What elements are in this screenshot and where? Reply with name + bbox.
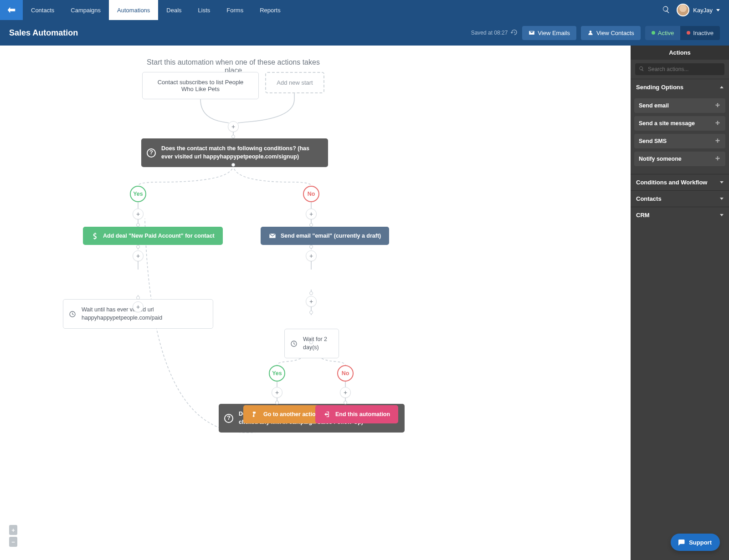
- add-step-button[interactable]: +: [340, 387, 351, 398]
- add-deal-node[interactable]: Add deal "New Paid Account" for contact: [83, 227, 223, 245]
- exit-icon: [323, 411, 331, 418]
- view-contacts-button[interactable]: View Contacts: [581, 26, 641, 40]
- move-icon: [714, 120, 721, 127]
- nav-campaigns[interactable]: Campaigns: [62, 0, 109, 20]
- joint: [309, 245, 313, 249]
- nav-forms[interactable]: Forms: [218, 0, 252, 20]
- panel-conditions[interactable]: Conditions and Workflow: [631, 174, 729, 190]
- support-button[interactable]: Support: [671, 534, 720, 551]
- trigger-node[interactable]: Contact subscribes to list People Who Li…: [142, 72, 259, 99]
- app-logo[interactable]: [0, 0, 23, 20]
- joint: [136, 245, 140, 249]
- joint: [309, 223, 313, 227]
- status-active[interactable]: Active: [645, 26, 680, 40]
- add-step-button[interactable]: +: [133, 209, 144, 219]
- user-name: KayJay: [693, 7, 713, 14]
- search-icon[interactable]: [662, 5, 670, 15]
- move-icon: [714, 156, 721, 162]
- avatar: [677, 4, 689, 16]
- chevron-down-icon: [720, 214, 724, 216]
- branch-yes: Yes: [130, 186, 146, 202]
- joint: [231, 163, 235, 167]
- joint: [275, 401, 279, 404]
- end-automation-node[interactable]: End this automation: [315, 405, 398, 423]
- actions-search-input[interactable]: [635, 63, 724, 75]
- zoom-out-button[interactable]: −: [9, 537, 17, 547]
- nav-reports[interactable]: Reports: [252, 0, 289, 20]
- send-email-node[interactable]: Send email "email" (currently a draft): [261, 227, 389, 245]
- action-send-email[interactable]: Send email: [634, 98, 725, 113]
- add-step-button[interactable]: +: [228, 121, 239, 132]
- branch-icon: [252, 411, 259, 418]
- joint: [344, 401, 347, 404]
- zoom-in-button[interactable]: +: [9, 525, 17, 535]
- joint: [309, 341, 313, 344]
- nav-lists[interactable]: Lists: [190, 0, 219, 20]
- panel-contacts[interactable]: Contacts: [631, 190, 729, 207]
- joint: [309, 291, 313, 295]
- panel-sending-options[interactable]: Sending Options: [631, 79, 729, 95]
- chevron-down-icon: [720, 198, 724, 200]
- add-step-button[interactable]: +: [306, 296, 317, 307]
- action-site-message[interactable]: Send a site message: [634, 116, 725, 131]
- search-icon: [639, 66, 644, 71]
- sidebar-title: Actions: [631, 46, 729, 60]
- add-step-button[interactable]: +: [133, 250, 144, 261]
- condition-node-1[interactable]: ? Does the contact match the following c…: [141, 138, 328, 167]
- page-title: Sales Automation: [9, 28, 78, 38]
- question-icon: ?: [147, 148, 156, 158]
- chat-icon: [677, 538, 685, 546]
- joint: [136, 223, 140, 227]
- view-emails-button[interactable]: View Emails: [522, 26, 576, 40]
- add-step-button[interactable]: +: [272, 387, 282, 398]
- add-step-button[interactable]: +: [133, 301, 144, 312]
- add-start-node[interactable]: Add new start: [265, 72, 324, 93]
- nav-automations[interactable]: Automations: [109, 0, 158, 20]
- history-icon[interactable]: [510, 29, 518, 37]
- nav-deals[interactable]: Deals: [158, 0, 190, 20]
- branch-no: No: [303, 186, 319, 202]
- panel-crm[interactable]: CRM: [631, 207, 729, 223]
- automation-canvas[interactable]: .l{fill:none;stroke:#c8cfd6;stroke-width…: [0, 46, 631, 560]
- main-nav: Contacts Campaigns Automations Deals Lis…: [23, 0, 658, 20]
- status-inactive[interactable]: Inactive: [680, 26, 720, 40]
- move-icon: [714, 102, 721, 109]
- move-icon: [714, 138, 721, 144]
- nav-contacts[interactable]: Contacts: [23, 0, 62, 20]
- chevron-down-icon: [720, 181, 724, 183]
- user-menu[interactable]: KayJay: [677, 4, 720, 16]
- add-step-button[interactable]: +: [306, 209, 317, 219]
- joint: [309, 311, 313, 314]
- clock-icon: [290, 340, 298, 347]
- actions-sidebar: Actions Sending Options Send email Send …: [631, 46, 729, 560]
- goto-node[interactable]: Go to another action: [243, 405, 327, 423]
- chevron-up-icon: [720, 86, 724, 88]
- branch-no-2: No: [337, 365, 354, 382]
- clock-icon: [69, 311, 76, 318]
- action-send-sms[interactable]: Send SMS: [634, 134, 725, 148]
- joint: [231, 135, 235, 138]
- dollar-icon: [91, 232, 98, 239]
- status-toggle: Active Inactive: [645, 26, 720, 40]
- question-icon: ?: [224, 414, 233, 423]
- chevron-down-icon: [716, 9, 720, 11]
- action-notify[interactable]: Notify someone: [634, 152, 725, 166]
- saved-status: Saved at 08:27: [471, 30, 508, 36]
- branch-yes-2: Yes: [269, 365, 285, 382]
- add-step-button[interactable]: +: [306, 250, 317, 261]
- joint: [136, 296, 140, 300]
- mail-icon: [269, 232, 276, 239]
